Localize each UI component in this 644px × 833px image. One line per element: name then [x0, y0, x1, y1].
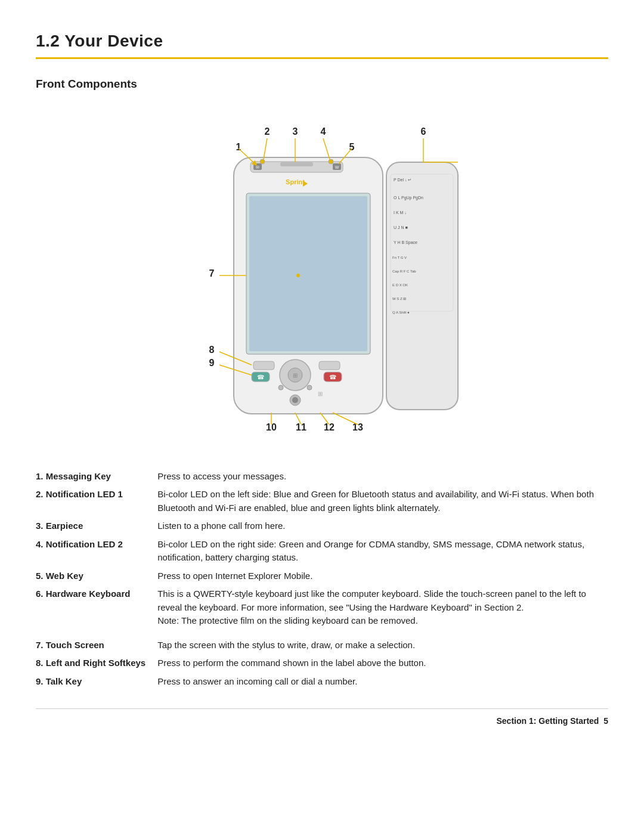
callout-3: 3: [293, 126, 298, 137]
svg-line-42: [323, 138, 330, 159]
svg-text:Sprint: Sprint: [286, 178, 305, 185]
component-label: 9. Talk Key: [36, 673, 157, 691]
callout-6: 6: [421, 126, 426, 137]
table-row: 7. Touch ScreenTap the screen with the s…: [36, 636, 608, 655]
footer-section-label: Section 1: Getting Started: [497, 716, 599, 726]
svg-text:⊞: ⊞: [318, 391, 323, 397]
callout-13: 13: [352, 422, 363, 432]
component-label: 7. Touch Screen: [36, 636, 157, 655]
callout-7: 7: [209, 268, 215, 278]
component-label: 2. Notification LED 1: [36, 485, 157, 517]
svg-text:E  D  X  OK: E D X OK: [392, 283, 408, 287]
component-label: 1. Messaging Key: [36, 467, 157, 486]
spacer-row: [36, 630, 608, 636]
svg-text:O  L  PgUp PgDn: O L PgUp PgDn: [394, 196, 423, 200]
table-row: 4. Notification LED 2Bi-color LED on the…: [36, 535, 608, 567]
svg-point-26: [307, 385, 312, 390]
svg-text:Cap R  F  C  Tab: Cap R F C Tab: [392, 270, 416, 273]
svg-text:Y  H  B  Space: Y H B Space: [394, 240, 417, 245]
section-title: Front Components: [36, 76, 608, 93]
page-container: 1.2 Your Device Front Components 2 3 4 6…: [0, 0, 644, 756]
component-description: Press to answer an incoming call or dial…: [157, 673, 608, 691]
svg-line-40: [264, 138, 267, 159]
component-description: Press to perform the command shown in th…: [157, 654, 608, 673]
component-label: 4. Notification LED 2: [36, 535, 157, 567]
component-label: 6. Hardware Keyboard: [36, 585, 157, 630]
component-label: 8. Left and Right Softkeys: [36, 654, 157, 673]
component-description: Bi-color LED on the left side: Blue and …: [157, 485, 608, 517]
svg-text:I  K  M  ↓: I K M ↓: [394, 210, 407, 215]
table-row: 2. Notification LED 1Bi-color LED on the…: [36, 485, 608, 517]
svg-text:P  Del  ↓  ↵: P Del ↓ ↵: [394, 178, 411, 182]
component-description: This is a QWERTY-style keyboard just lik…: [157, 585, 608, 630]
callout-2: 2: [265, 126, 270, 137]
callout-4: 4: [321, 126, 326, 137]
component-description: Press to access your messages.: [157, 467, 608, 486]
component-label: 3. Earpiece: [36, 517, 157, 535]
svg-text:Fn  T  G  V: Fn T G V: [392, 256, 407, 259]
table-row: 8. Left and Right SoftkeysPress to perfo…: [36, 654, 608, 673]
svg-rect-2: [249, 196, 367, 351]
svg-point-9: [329, 159, 333, 164]
svg-text:U  J  N  ■: U J N ■: [394, 225, 408, 230]
title-divider: [36, 57, 608, 59]
svg-rect-16: [253, 361, 274, 370]
diagram-area: 2 3 4 6 1 5 7 8 9 10 11: [36, 104, 608, 450]
component-description: Press to open Internet Explorer Mobile.: [157, 567, 608, 586]
table-row: 9. Talk KeyPress to answer an incoming c…: [36, 673, 608, 691]
footer-page-number: 5: [603, 716, 608, 726]
component-label: 5. Web Key: [36, 567, 157, 586]
callout-9: 9: [209, 358, 215, 368]
svg-rect-17: [319, 361, 340, 370]
svg-rect-10: [280, 162, 313, 166]
svg-point-47: [296, 274, 300, 277]
component-description: Listen to a phone call from here.: [157, 517, 608, 535]
svg-text:☎: ☎: [257, 374, 264, 380]
svg-point-25: [278, 385, 283, 390]
components-table: 1. Messaging KeyPress to access your mes…: [36, 467, 608, 691]
table-row: 3. EarpieceListen to a phone call from h…: [36, 517, 608, 535]
svg-text:☎: ☎: [329, 374, 336, 380]
callout-8: 8: [209, 345, 215, 355]
component-description: Bi-color LED on the right side: Green an…: [157, 535, 608, 567]
component-description: Tap the screen with the stylus to write,…: [157, 636, 608, 655]
page-title: 1.2 Your Device: [36, 29, 608, 54]
table-row: 6. Hardware KeyboardThis is a QWERTY-sty…: [36, 585, 608, 630]
callout-12: 12: [324, 422, 335, 432]
svg-text:W: W: [335, 165, 339, 169]
table-row: 1. Messaging KeyPress to access your mes…: [36, 467, 608, 486]
svg-text:W  S  Z  ⊞: W S Z ⊞: [392, 297, 406, 301]
footer-text: Section 1: Getting Started 5: [497, 715, 609, 727]
svg-text:⊞: ⊞: [293, 372, 298, 379]
svg-point-8: [260, 159, 265, 164]
svg-text:✉: ✉: [256, 165, 259, 169]
device-diagram: 2 3 4 6 1 5 7 8 9 10 11: [119, 110, 525, 444]
footer-bar: Section 1: Getting Started 5: [36, 708, 608, 727]
svg-point-23: [292, 397, 298, 403]
table-row: 5. Web KeyPress to open Internet Explore…: [36, 567, 608, 586]
